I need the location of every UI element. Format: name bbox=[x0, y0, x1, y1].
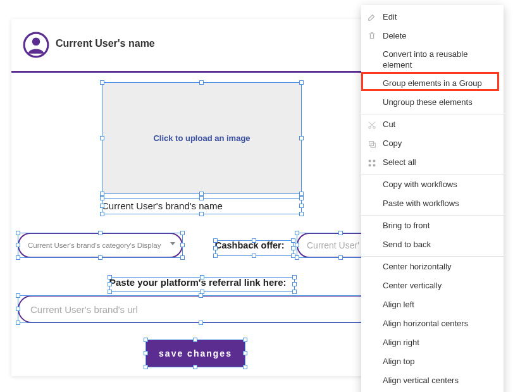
menu-edit[interactable]: Edit bbox=[361, 8, 504, 27]
menu-ungroup-elements[interactable]: Ungroup these elements bbox=[361, 94, 504, 113]
menu-label: Center horizontally bbox=[383, 262, 451, 273]
context-menu: Edit Delete Convert into a reusable elem… bbox=[361, 5, 504, 392]
menu-bring-front[interactable]: Bring to front bbox=[361, 217, 504, 236]
menu-label: Align vertical centers bbox=[383, 376, 459, 386]
menu-label: Cut bbox=[383, 119, 395, 130]
menu-label: Align right bbox=[383, 338, 419, 348]
menu-separator bbox=[361, 174, 504, 175]
menu-paste-workflows[interactable]: Paste with workflows bbox=[361, 195, 504, 214]
header-divider bbox=[11, 71, 390, 73]
user-avatar-icon bbox=[23, 32, 49, 61]
header-row: Current User's name bbox=[11, 19, 390, 71]
menu-align-vertical-centers[interactable]: Align vertical centers bbox=[361, 372, 504, 391]
selection-box[interactable] bbox=[18, 295, 385, 323]
cut-icon bbox=[368, 121, 376, 130]
menu-label: Copy bbox=[383, 138, 402, 149]
menu-send-back[interactable]: Send to back bbox=[361, 236, 504, 255]
menu-separator bbox=[361, 215, 504, 216]
menu-copy[interactable]: Copy bbox=[361, 135, 504, 154]
menu-convert-reusable[interactable]: Convert into a reusable element bbox=[361, 46, 504, 75]
menu-select-all[interactable]: Select all bbox=[361, 154, 504, 173]
menu-label: Bring to front bbox=[383, 221, 430, 231]
menu-label: Copy with workflows bbox=[383, 180, 457, 190]
trash-icon bbox=[368, 32, 376, 40]
edit-icon bbox=[368, 13, 376, 21]
selection-box[interactable] bbox=[102, 82, 302, 194]
svg-rect-4 bbox=[369, 141, 374, 145]
svg-rect-9 bbox=[373, 164, 376, 167]
menu-group-elements[interactable]: Group elements in a Group bbox=[361, 75, 504, 94]
menu-center-horizontally[interactable]: Center horizontally bbox=[361, 258, 504, 277]
menu-label: Ungroup these elements bbox=[383, 97, 473, 108]
selection-box[interactable] bbox=[215, 240, 294, 256]
menu-label: Align horizontal centers bbox=[383, 319, 468, 329]
menu-align-horizontal-centers[interactable]: Align horizontal centers bbox=[361, 315, 504, 334]
menu-separator bbox=[361, 114, 504, 114]
menu-label: Group elements in a Group bbox=[383, 78, 482, 89]
menu-label: Align top bbox=[383, 357, 415, 367]
svg-rect-7 bbox=[373, 160, 376, 162]
menu-align-left[interactable]: Align left bbox=[361, 296, 504, 315]
menu-align-top[interactable]: Align top bbox=[361, 353, 504, 372]
editor-canvas: Current User's name Click to upload an i… bbox=[11, 19, 390, 376]
menu-label: Paste with workflows bbox=[383, 199, 459, 209]
selection-box[interactable] bbox=[145, 340, 245, 367]
menu-label: Send to back bbox=[383, 240, 431, 250]
grid-icon bbox=[368, 159, 376, 168]
menu-delete[interactable]: Delete bbox=[361, 27, 504, 46]
selection-box[interactable] bbox=[102, 198, 302, 214]
svg-point-1 bbox=[32, 37, 40, 46]
selection-box[interactable] bbox=[109, 277, 295, 292]
menu-cut[interactable]: Cut bbox=[361, 116, 504, 135]
copy-icon bbox=[368, 140, 376, 149]
menu-label: Delete bbox=[383, 31, 407, 42]
menu-separator bbox=[361, 256, 504, 257]
svg-point-3 bbox=[373, 126, 376, 129]
svg-point-2 bbox=[369, 126, 371, 129]
menu-label: Edit bbox=[383, 12, 397, 23]
menu-align-right[interactable]: Align right bbox=[361, 334, 504, 353]
menu-label: Convert into a reusable element bbox=[383, 49, 496, 71]
svg-rect-6 bbox=[369, 160, 371, 162]
menu-label: Center vertically bbox=[383, 281, 442, 291]
menu-label: Align left bbox=[383, 300, 414, 310]
menu-label: Select all bbox=[383, 157, 416, 168]
selection-box[interactable] bbox=[18, 233, 183, 258]
user-name-text: Current User's name bbox=[56, 38, 155, 49]
svg-rect-5 bbox=[371, 143, 375, 147]
menu-copy-workflows[interactable]: Copy with workflows bbox=[361, 176, 504, 195]
menu-center-vertically[interactable]: Center vertically bbox=[361, 277, 504, 296]
svg-rect-8 bbox=[369, 164, 371, 167]
